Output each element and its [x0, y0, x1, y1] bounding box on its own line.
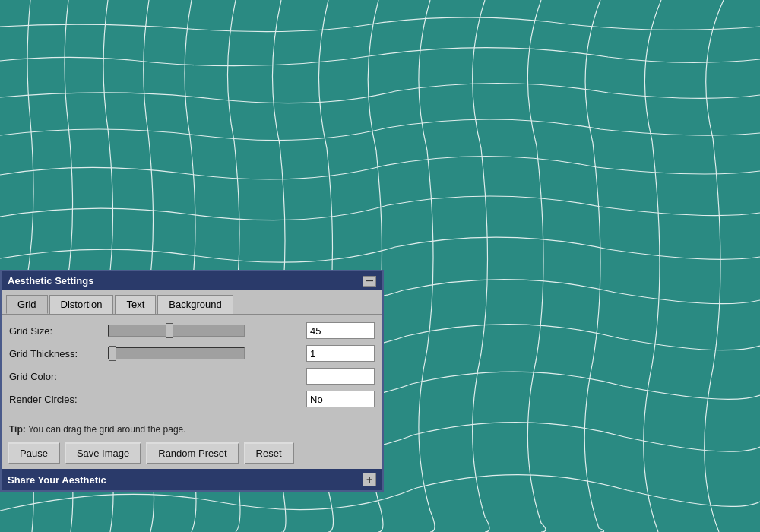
tab-grid[interactable]: Grid — [6, 295, 48, 314]
render-circles-value[interactable] — [306, 391, 375, 407]
share-title: Share Your Aesthetic — [8, 474, 106, 486]
grid-color-label: Grid Color: — [9, 371, 108, 382]
settings-panel: Aesthetic Settings — Grid Distortion Tex… — [0, 270, 384, 492]
render-circles-label: Render Circles: — [9, 394, 108, 405]
tabs-row: Grid Distortion Text Background — [2, 290, 382, 314]
buttons-row: Pause Save Image Random Preset Reset — [2, 438, 382, 469]
random-preset-button[interactable]: Random Preset — [146, 442, 239, 464]
tip-text: You can drag the grid around the page. — [26, 424, 186, 435]
grid-color-picker[interactable] — [306, 368, 375, 385]
grid-thickness-label: Grid Thickness: — [9, 348, 108, 359]
reset-button[interactable]: Reset — [244, 442, 294, 464]
grid-size-slider-container — [108, 325, 300, 337]
save-image-button[interactable]: Save Image — [65, 442, 141, 464]
grid-size-value[interactable] — [306, 322, 375, 339]
tab-distortion[interactable]: Distortion — [49, 295, 114, 314]
grid-thickness-slider-container — [108, 347, 300, 359]
pause-button[interactable]: Pause — [8, 442, 60, 464]
grid-size-label: Grid Size: — [9, 325, 108, 337]
panel-titlebar: Aesthetic Settings — — [2, 271, 382, 290]
grid-thickness-row: Grid Thickness: — [9, 345, 375, 362]
grid-thickness-value[interactable] — [306, 345, 375, 362]
share-plus-button[interactable]: + — [363, 473, 376, 486]
minimize-button[interactable]: — — [363, 276, 376, 287]
tip-row: Tip: You can drag the grid around the pa… — [2, 421, 382, 438]
share-bar: Share Your Aesthetic + — [2, 469, 382, 490]
grid-size-row: Grid Size: — [9, 322, 375, 339]
grid-size-slider[interactable] — [108, 325, 245, 337]
grid-color-row: Grid Color: — [9, 368, 375, 385]
panel-title: Aesthetic Settings — [8, 275, 93, 287]
render-circles-row: Render Circles: — [9, 391, 375, 407]
grid-thickness-slider[interactable] — [108, 347, 245, 359]
tab-content: Grid Size: Grid Thickness: Grid Color: R… — [2, 314, 382, 421]
tip-label: Tip: — [9, 424, 26, 435]
tab-text[interactable]: Text — [115, 295, 156, 314]
tab-background[interactable]: Background — [157, 295, 233, 314]
